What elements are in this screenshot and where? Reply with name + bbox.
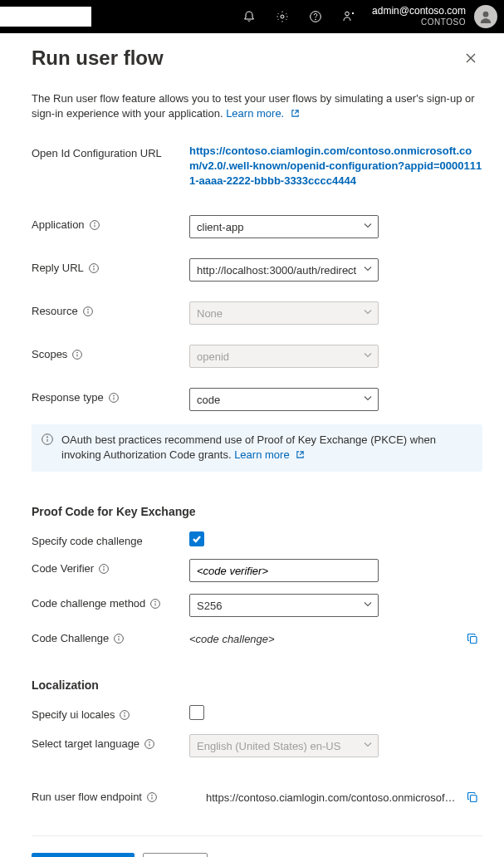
svg-rect-34 — [471, 637, 477, 644]
help-icon[interactable] — [299, 0, 332, 33]
svg-point-27 — [104, 566, 105, 567]
scopes-dropdown: openid — [189, 345, 379, 368]
code-challenge-value: <code challenge> — [189, 629, 462, 649]
svg-point-9 — [94, 223, 95, 223]
external-link-icon — [296, 448, 305, 463]
specify-ui-locales-label: Specify ui locales — [32, 705, 189, 721]
close-button[interactable] — [459, 47, 482, 70]
settings-icon[interactable] — [266, 0, 299, 33]
target-language-dropdown: English (United States) en-US — [189, 734, 379, 757]
info-icon — [42, 433, 53, 449]
info-icon[interactable] — [72, 350, 82, 360]
svg-point-37 — [125, 713, 125, 713]
info-icon[interactable] — [114, 634, 124, 644]
response-type-label: Response type — [32, 388, 189, 404]
info-icon[interactable] — [120, 710, 130, 720]
response-type-dropdown[interactable]: code — [189, 388, 379, 411]
chevron-down-icon — [363, 264, 373, 277]
copy-endpoint-button[interactable] — [462, 787, 482, 807]
svg-point-43 — [152, 795, 153, 796]
reply-url-dropdown[interactable]: http://localhost:3000/auth/redirect — [189, 258, 379, 282]
info-icon[interactable] — [144, 739, 154, 749]
resource-label: Resource — [32, 301, 189, 317]
svg-point-15 — [87, 309, 88, 310]
code-verifier-label: Code Verifier — [32, 559, 189, 575]
code-challenge-method-dropdown[interactable]: S256 — [189, 594, 379, 617]
reply-url-label: Reply URL — [32, 258, 189, 274]
svg-point-21 — [113, 395, 114, 396]
feedback-icon[interactable] — [332, 0, 365, 33]
specify-ui-locales-checkbox[interactable] — [189, 705, 204, 720]
scopes-label: Scopes — [32, 345, 189, 360]
svg-point-0 — [281, 15, 284, 18]
cancel-button[interactable]: Cancel — [143, 853, 208, 857]
run-user-flow-panel: Run user flow The Run user flow feature … — [0, 33, 504, 857]
endpoint-label: Run user flow endpoint — [32, 787, 206, 803]
code-verifier-input[interactable] — [189, 559, 379, 582]
top-bar-search-placeholder[interactable] — [0, 7, 91, 27]
resource-dropdown: None — [189, 301, 379, 325]
external-link-icon — [291, 107, 300, 122]
copy-code-challenge-button[interactable] — [462, 629, 482, 649]
svg-rect-44 — [471, 796, 477, 802]
chevron-down-icon — [363, 221, 373, 233]
application-label: Application — [32, 215, 189, 231]
chevron-down-icon — [363, 350, 373, 363]
info-icon[interactable] — [147, 792, 157, 802]
specify-challenge-label: Specify code challenge — [32, 531, 189, 547]
notifications-icon[interactable] — [232, 0, 266, 33]
svg-point-40 — [149, 742, 150, 742]
localization-heading: Localization — [32, 678, 482, 692]
chevron-down-icon — [363, 394, 373, 406]
openid-config-label: Open Id Configuration URL — [32, 144, 189, 159]
svg-point-24 — [47, 437, 48, 438]
avatar[interactable] — [474, 5, 497, 28]
svg-point-18 — [77, 352, 78, 353]
run-user-flow-button[interactable]: Run user flow — [32, 853, 135, 857]
endpoint-value: https://contoso.ciamlogin.com/contoso.on… — [206, 791, 462, 804]
panel-title: Run user flow — [32, 47, 164, 70]
pkce-callout: OAuth best practices recommend use of Pr… — [32, 424, 482, 472]
info-icon[interactable] — [150, 599, 160, 609]
svg-point-4 — [483, 12, 489, 17]
top-bar: admin@contoso.com CONTOSO — [0, 0, 504, 33]
svg-point-12 — [93, 266, 94, 267]
pkce-heading: Proof Code for Key Exchange — [32, 505, 482, 518]
svg-point-33 — [119, 636, 120, 637]
account-email: admin@contoso.com — [372, 5, 466, 17]
svg-point-30 — [155, 601, 156, 602]
intro-learn-more-link[interactable]: Learn more. — [226, 107, 300, 120]
chevron-down-icon — [363, 740, 373, 752]
info-icon[interactable] — [83, 306, 93, 316]
panel-intro: The Run user flow feature allows you to … — [32, 91, 482, 122]
target-language-label: Select target language — [32, 734, 189, 750]
info-icon[interactable] — [109, 393, 119, 403]
code-challenge-label: Code Challenge — [32, 629, 189, 644]
info-icon[interactable] — [89, 263, 99, 273]
account-tenant: CONTOSO — [421, 17, 466, 28]
chevron-down-icon — [363, 307, 373, 320]
info-icon[interactable] — [99, 564, 109, 574]
svg-point-2 — [316, 19, 316, 20]
specify-challenge-checkbox[interactable] — [189, 531, 204, 546]
info-icon[interactable] — [90, 220, 100, 230]
account-block[interactable]: admin@contoso.com CONTOSO — [365, 5, 471, 28]
callout-learn-more-link[interactable]: Learn more — [234, 448, 305, 461]
application-dropdown[interactable]: client-app — [189, 215, 379, 238]
svg-point-3 — [345, 12, 350, 16]
openid-config-url[interactable]: https://contoso.ciamlogin.com/contoso.on… — [189, 144, 482, 187]
divider — [32, 835, 482, 836]
footer-buttons: Run user flow Cancel — [32, 853, 482, 857]
code-challenge-method-label: Code challenge method — [32, 594, 189, 610]
chevron-down-icon — [363, 600, 373, 612]
